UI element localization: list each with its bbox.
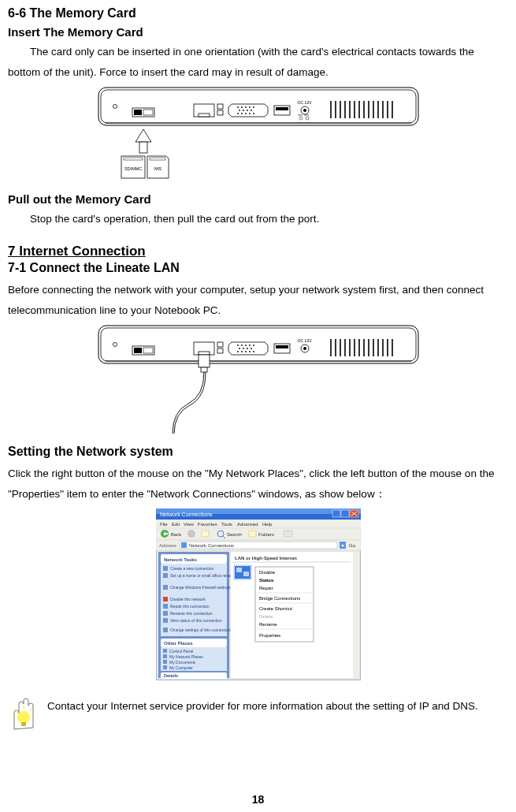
svg-rect-143 — [353, 552, 359, 678]
svg-rect-99 — [341, 510, 349, 517]
svg-point-18 — [247, 110, 248, 111]
svg-point-69 — [251, 348, 252, 349]
other-item[interactable]: Control Panel — [169, 649, 193, 654]
svg-point-78 — [303, 347, 306, 350]
svg-rect-105 — [202, 531, 209, 537]
task-item[interactable]: Repair this connection — [170, 604, 210, 609]
svg-point-104 — [187, 530, 195, 538]
heading-insert: Insert The Memory Card — [8, 25, 508, 39]
dc-label: DC 12V — [298, 338, 312, 343]
svg-rect-119 — [163, 585, 168, 590]
menu-help[interactable]: Help — [262, 522, 273, 527]
menu-favorites[interactable]: Favorites — [198, 522, 217, 527]
tasks-header: Network Tasks — [164, 557, 198, 562]
ctx-properties[interactable]: Properties — [259, 633, 280, 638]
svg-point-63 — [245, 345, 247, 346]
para-insert: The card only can be inserted in one ori… — [8, 42, 508, 82]
svg-rect-122 — [163, 611, 168, 616]
svg-rect-128 — [163, 654, 167, 658]
task-item[interactable]: Change settings of this connection — [170, 628, 231, 632]
svg-rect-5 — [134, 110, 142, 115]
svg-point-71 — [241, 351, 243, 352]
card-label-ms: MS — [154, 166, 161, 171]
menu-view[interactable]: View — [184, 522, 195, 527]
svg-rect-150 — [21, 722, 26, 726]
menu-file[interactable]: File — [160, 522, 168, 527]
group-header: LAN or High-Speed Internet — [235, 556, 297, 561]
svg-rect-123 — [163, 618, 168, 623]
other-places-header: Other Places — [164, 641, 193, 646]
svg-rect-117 — [163, 566, 168, 571]
svg-rect-137 — [243, 572, 249, 576]
address-label: Address — [159, 543, 176, 548]
tip-icon — [8, 691, 39, 731]
task-item[interactable]: Disable this network — [170, 597, 206, 602]
network-connections-window: Network Connections File Edit View Favor… — [156, 508, 361, 680]
task-item[interactable]: Create a new connection — [170, 566, 214, 571]
svg-rect-136 — [236, 568, 242, 572]
svg-point-74 — [253, 351, 254, 352]
svg-rect-76 — [276, 345, 288, 348]
details-header: Details — [164, 673, 178, 678]
svg-rect-121 — [163, 604, 168, 609]
task-item[interactable]: Set up a home or small office network — [170, 573, 236, 578]
svg-point-68 — [247, 348, 248, 349]
address-value[interactable]: Network Connections — [189, 543, 234, 548]
svg-rect-109 — [284, 531, 292, 537]
toolbar-back[interactable]: Back — [171, 532, 182, 537]
ctx-disable[interactable]: Disable — [259, 570, 276, 575]
svg-point-17 — [243, 110, 244, 111]
svg-point-13 — [245, 106, 247, 108]
svg-rect-118 — [163, 573, 168, 578]
figure-network-connections: Network Connections File Edit View Favor… — [8, 508, 508, 683]
svg-point-22 — [245, 113, 247, 114]
ctx-rename[interactable]: Rename — [259, 622, 277, 627]
figure-memory-card: DC 12V SD/MMC MS — [8, 87, 508, 184]
menu-edit[interactable]: Edit — [172, 522, 180, 527]
svg-point-66 — [239, 348, 240, 349]
svg-rect-94 — [201, 367, 207, 372]
para-pullout: Stop the card's operation, then pull the… — [8, 209, 508, 229]
svg-point-64 — [249, 345, 251, 346]
svg-rect-112 — [181, 542, 187, 548]
other-item[interactable]: My Documents — [169, 660, 196, 665]
dc-label: DC 12V — [298, 100, 312, 105]
heading-7-1: 7-1 Connect the Lineate LAN — [8, 261, 508, 275]
heading-6-6: 6-6 The Memory Card — [8, 6, 508, 20]
svg-rect-108 — [249, 531, 256, 537]
task-item[interactable]: View status of this connection — [170, 618, 222, 623]
svg-point-73 — [249, 351, 251, 352]
menu-advanced[interactable]: Advanced — [237, 522, 258, 527]
tip-text: Contact your Internet service provider f… — [47, 691, 478, 717]
svg-rect-98 — [332, 510, 340, 517]
svg-marker-45 — [135, 129, 151, 142]
task-item[interactable]: Rename this connection — [170, 611, 213, 616]
task-item[interactable]: Change Windows Firewall settings — [170, 585, 231, 590]
para-setting-network: Click the right button of the mouse on t… — [8, 464, 508, 504]
ctx-bridge[interactable]: Bridge Connections — [259, 596, 300, 601]
laptop-back-illustration-2: DC 12V — [98, 325, 419, 434]
other-item[interactable]: My Computer — [169, 665, 193, 670]
svg-point-11 — [237, 106, 239, 108]
toolbar-search[interactable]: Search — [227, 532, 242, 537]
heading-setting-network: Setting the Network system — [8, 445, 508, 459]
svg-point-61 — [237, 345, 239, 346]
svg-point-67 — [243, 348, 244, 349]
svg-point-72 — [245, 351, 247, 352]
svg-point-12 — [241, 106, 243, 108]
menu-tools[interactable]: Tools — [221, 522, 232, 527]
ctx-repair[interactable]: Repair — [259, 586, 273, 590]
svg-rect-46 — [139, 142, 147, 153]
toolbar-folders[interactable]: Folders — [258, 532, 274, 537]
ctx-delete: Delete — [259, 614, 273, 619]
laptop-back-illustration-1: DC 12V SD/MMC MS — [98, 87, 419, 181]
go-button[interactable]: Go — [349, 543, 356, 548]
heading-7: 7 Internet Connection — [8, 244, 508, 259]
svg-rect-130 — [163, 665, 167, 669]
other-item[interactable]: My Network Places — [169, 654, 203, 659]
svg-point-15 — [253, 106, 254, 108]
window-title: Network Connections — [160, 512, 213, 517]
ctx-status[interactable]: Status — [259, 578, 274, 583]
ctx-shortcut[interactable]: Create Shortcut — [259, 606, 292, 611]
svg-rect-26 — [276, 107, 288, 110]
